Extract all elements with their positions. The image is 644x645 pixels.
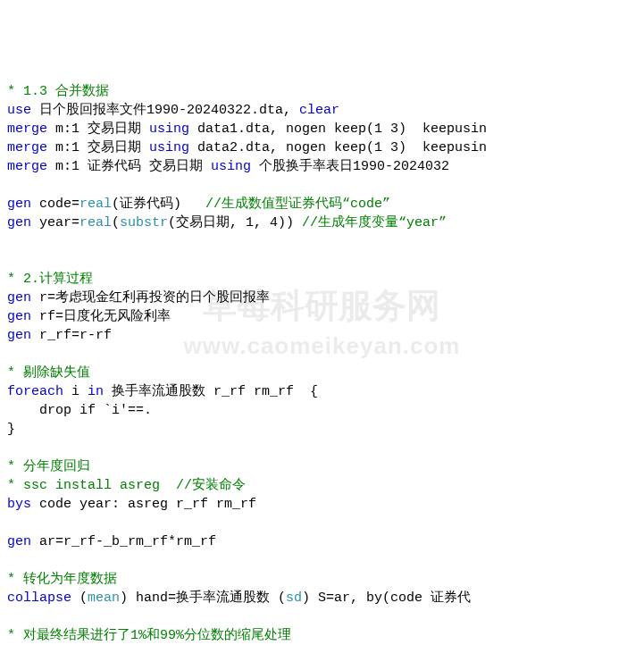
function-text: real xyxy=(79,197,112,212)
code-line xyxy=(7,514,637,532)
code-line: * ssc install asreg //安装命令 xyxy=(7,476,637,495)
code-text: drop if `i'==. xyxy=(7,403,152,418)
function-text: mean xyxy=(88,591,120,606)
code-line xyxy=(7,251,637,270)
code-text: m:1 交易日期 xyxy=(47,140,149,155)
keyword-text: gen xyxy=(7,328,31,343)
code-text: m:1 交易日期 xyxy=(47,121,149,137)
comment-text: * 2.计算过程 xyxy=(7,272,93,287)
code-text: code year: asreg r_rf rm_rf xyxy=(31,497,256,512)
code-line: merge m:1 证券代码 交易日期 using 个股换手率表日1990-20… xyxy=(7,157,637,176)
code-line xyxy=(7,439,637,457)
code-line xyxy=(7,607,637,626)
code-block: * 1.3 合并数据use 日个股回报率文件1990-20240322.dta,… xyxy=(7,82,637,645)
keyword-text: gen xyxy=(7,197,31,212)
code-text: code= xyxy=(31,197,79,212)
code-line: collapse (mean) hand=换手率流通股数 (sd) S=ar, … xyxy=(7,589,637,607)
keyword-text: using xyxy=(211,159,251,174)
code-line: bys code year: asreg r_rf rm_rf xyxy=(7,495,637,514)
comment-text: * 剔除缺失值 xyxy=(7,365,90,381)
code-line: drop if `i'==. xyxy=(7,401,637,420)
code-text: (交易日期, 1, 4)) xyxy=(168,215,302,230)
code-line: merge m:1 交易日期 using data2.dta, nogen ke… xyxy=(7,138,637,157)
code-text: year= xyxy=(31,215,79,230)
code-text: 个股换手率表日1990-2024032 xyxy=(251,159,449,174)
keyword-text: gen xyxy=(7,309,31,324)
comment-text: * ssc install asreg //安装命令 xyxy=(7,478,246,493)
keyword-text: merge xyxy=(7,121,47,137)
code-text: data1.dta, nogen keep(1 3) keepusin xyxy=(189,121,487,137)
code-text: ( xyxy=(71,591,88,606)
code-text: r_rf=r-rf xyxy=(31,328,112,343)
code-text: m:1 证券代码 交易日期 xyxy=(47,159,211,174)
function-text: substr xyxy=(120,215,168,230)
code-line: * 剔除缺失值 xyxy=(7,364,637,382)
code-line: * 2.计算过程 xyxy=(7,270,637,289)
code-line: gen year=real(substr(交易日期, 1, 4)) //生成年度… xyxy=(7,214,637,232)
code-line xyxy=(7,345,637,364)
function-text: real xyxy=(79,215,112,230)
code-line: gen code=real(证券代码) //生成数值型证券代码“code” xyxy=(7,195,637,214)
code-line: gen rf=日度化无风险利率 xyxy=(7,307,637,326)
code-line: gen r_rf=r-rf xyxy=(7,326,637,345)
code-line: gen r=考虑现金红利再投资的日个股回报率 xyxy=(7,289,637,307)
keyword-text: gen xyxy=(7,534,31,549)
code-line xyxy=(7,176,637,195)
keyword-text: in xyxy=(88,384,104,399)
keyword-text: clear xyxy=(299,103,339,118)
comment-text: * 对最终结果进行了1%和99%分位数的缩尾处理 xyxy=(7,628,291,643)
code-line xyxy=(7,551,637,570)
keyword-text: merge xyxy=(7,159,47,174)
code-text: 换手率流通股数 r_rf rm_rf { xyxy=(104,384,318,399)
code-line: * 1.3 合并数据 xyxy=(7,82,637,101)
keyword-text: using xyxy=(149,121,189,137)
comment-text: * 分年度回归 xyxy=(7,459,90,474)
keyword-text: gen xyxy=(7,290,31,306)
code-text: i xyxy=(63,384,88,399)
comment-text: * 1.3 合并数据 xyxy=(7,84,109,99)
keyword-text: collapse xyxy=(7,591,71,606)
code-line xyxy=(7,232,637,251)
code-text: ) S=ar, by(code 证券代 xyxy=(302,591,471,606)
comment-text: //生成年度变量“year” xyxy=(302,215,447,230)
code-text: ar=r_rf-_b_rm_rf*rm_rf xyxy=(31,534,216,549)
code-text: } xyxy=(7,422,15,437)
comment-text: * 转化为年度数据 xyxy=(7,572,117,587)
keyword-text: using xyxy=(149,140,189,155)
code-text: 日个股回报率文件1990-20240322.dta, xyxy=(31,103,299,118)
code-line: * 对最终结果进行了1%和99%分位数的缩尾处理 xyxy=(7,626,637,645)
keyword-text: bys xyxy=(7,497,31,512)
function-text: sd xyxy=(286,591,302,606)
code-text: ( xyxy=(112,215,120,230)
code-line: use 日个股回报率文件1990-20240322.dta, clear xyxy=(7,101,637,120)
code-line: } xyxy=(7,420,637,439)
keyword-text: merge xyxy=(7,140,47,155)
code-line: gen ar=r_rf-_b_rm_rf*rm_rf xyxy=(7,532,637,551)
code-text: ) hand=换手率流通股数 ( xyxy=(120,591,286,606)
code-text: rf=日度化无风险利率 xyxy=(31,309,171,324)
code-text: data2.dta, nogen keep(1 3) keepusin xyxy=(189,140,487,155)
code-line: foreach i in 换手率流通股数 r_rf rm_rf { xyxy=(7,382,637,401)
keyword-text: use xyxy=(7,103,31,118)
code-line: merge m:1 交易日期 using data1.dta, nogen ke… xyxy=(7,120,637,138)
keyword-text: foreach xyxy=(7,384,63,399)
code-line: * 转化为年度数据 xyxy=(7,570,637,589)
code-text: r=考虑现金红利再投资的日个股回报率 xyxy=(31,290,270,306)
code-text: (证券代码) xyxy=(112,197,205,212)
code-line: * 分年度回归 xyxy=(7,457,637,476)
comment-text: //生成数值型证券代码“code” xyxy=(205,197,390,212)
keyword-text: gen xyxy=(7,215,31,230)
